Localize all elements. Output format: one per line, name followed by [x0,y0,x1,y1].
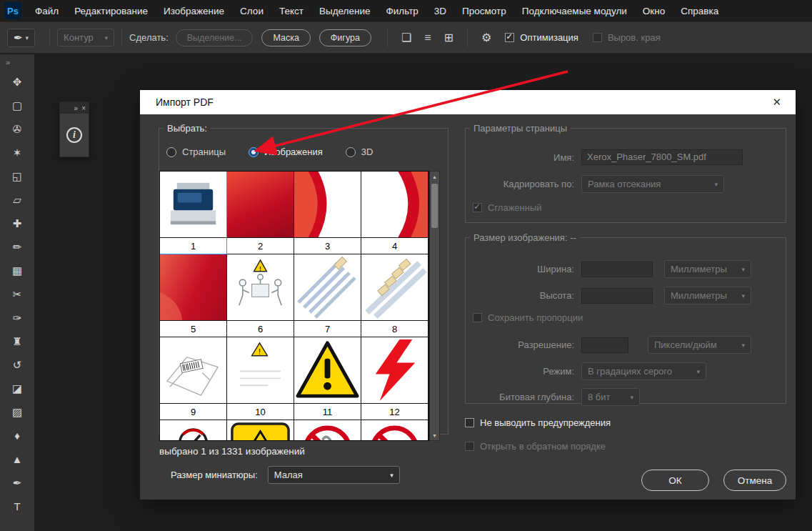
chevron-down-icon: ▾ [741,292,745,299]
width-unit-value: Миллиметры [671,264,727,274]
crop-tool[interactable]: ◱ [0,164,34,188]
info-icon[interactable]: i [66,127,82,143]
radio-option[interactable]: Страницы [166,147,226,157]
menu-item[interactable]: 3D [426,0,454,21]
svg-text:!: ! [259,347,261,356]
pdf-thumbnail[interactable]: 7 [294,254,361,337]
suppress-warnings-checkbox[interactable]: Не выводить предупреждения [465,417,611,428]
gauge-thumbnail-image [160,420,226,441]
pdf-thumbnail[interactable] [160,420,227,441]
eraser-tool[interactable]: ◪ [0,377,34,400]
menu-item[interactable]: Редактирование [66,0,156,21]
reverse-order-label: Открыть в обратном порядке [480,441,606,452]
pdf-thumbnail[interactable]: 2 [227,172,294,254]
lasso-tool[interactable]: ✇ [0,117,34,141]
pdf-thumbnail[interactable]: !10 [227,337,294,420]
thumbnail-size-row: Размер миниатюры: Малая ▾ [171,466,400,484]
chevron-down-icon: ▾ [696,368,700,375]
import-pdf-dialog: Импорт PDF ✕ Выбрать: СтраницыИзображени… [139,89,796,500]
pen-tool-icon: ✒ [13,477,22,490]
healing-brush-tool[interactable]: ✚ [0,212,34,235]
menu-item[interactable]: Изображение [156,0,232,21]
type-tool[interactable]: T [0,495,34,518]
pdf-thumbnail[interactable] [227,420,294,441]
pdf-thumbnail[interactable]: 1 [160,172,227,254]
red-arc-thumbnail-image [361,172,428,237]
menu-item[interactable]: Файл [27,0,66,21]
path-operations-icon[interactable]: ❏ [401,31,411,44]
chevron-down-icon: ▾ [390,472,394,479]
close-icon[interactable]: × [81,104,86,112]
menu-item[interactable]: Окно [635,0,673,21]
fan-chips-thumbnail-image [361,254,428,320]
pencil-tool[interactable]: ✏ [0,235,34,259]
history-brush-tool-icon: ↺ [13,359,22,372]
make-mask-button[interactable]: Маска [261,29,310,46]
grid-scrollbar[interactable]: ▲ ▼ [429,171,440,441]
separator [387,29,388,47]
patch-tool[interactable]: ▱ [0,188,34,212]
quick-selection-tool[interactable]: ✶ [0,141,34,164]
pdf-thumbnail[interactable]: !6 [227,254,294,337]
crop-tool-icon: ◱ [12,170,22,183]
path-arrangement-icon[interactable]: ⊞ [444,31,453,44]
select-group: Выбрать: СтраницыИзображения3D 12345!678… [159,123,448,435]
checkbox-checked-icon [473,203,482,212]
menu-item[interactable]: Справка [673,0,726,21]
path-mode-dropdown: Контур ▾ [57,29,114,46]
scrollbar-thumb[interactable] [431,184,438,228]
menu-item[interactable]: Фильтр [378,0,426,21]
history-brush-tool[interactable]: ↺ [0,353,34,377]
dodge-tool[interactable]: ▲ [0,447,34,471]
pdf-thumbnail[interactable]: 4 [361,172,428,254]
radio-option[interactable]: Изображения [249,147,323,157]
gear-icon[interactable]: ⚙ [481,31,491,44]
pdf-thumbnail[interactable]: 12 [361,337,428,420]
brush-tool[interactable]: ✑ [0,306,34,329]
ok-button[interactable]: ОК [641,470,709,491]
gradient-tool[interactable]: ▨ [0,400,34,424]
menu-item[interactable]: Текст [271,0,311,21]
optimization-checkbox[interactable]: Оптимизация [505,32,578,43]
pdf-thumbnail[interactable] [294,420,361,441]
marquee-tool[interactable]: ▢ [0,94,34,117]
pdf-thumbnail[interactable] [361,420,428,441]
scissors-tool[interactable]: ✂ [0,282,34,306]
radio-option[interactable]: 3D [346,147,374,157]
clone-stamp-tool-icon: ♜ [12,335,21,348]
pdf-thumbnail[interactable]: 8 [361,254,428,337]
selection-status: выбрано 1 из 1331 изображений [159,446,305,457]
radio-label: Изображения [264,147,323,157]
info-panel-header: » × [60,102,89,114]
pattern-stamp-tool-icon: ▦ [12,264,22,277]
menu-item[interactable]: Подключаемые модули [514,0,635,21]
collapse-panel-icon[interactable]: » [0,54,10,70]
scroll-up-icon[interactable]: ▲ [430,172,439,182]
pdf-thumbnail[interactable]: 5 [160,254,227,337]
menu-item[interactable]: Слои [232,0,271,21]
chevron-down-icon: ▾ [741,342,745,349]
blur-tool[interactable]: ♦ [0,424,34,447]
warn-small-thumbnail-image: ! [227,337,294,403]
tool-preset-picker[interactable]: ✒ ▾ [7,29,35,47]
cancel-button[interactable]: Отмена [723,470,786,491]
clone-stamp-tool[interactable]: ♜ [0,329,34,353]
gradient-tool-icon: ▨ [12,406,22,419]
close-icon[interactable]: ✕ [772,96,781,109]
scroll-down-icon[interactable]: ▼ [430,430,439,440]
make-shape-button[interactable]: Фигура [319,29,371,46]
pattern-stamp-tool[interactable]: ▦ [0,259,34,282]
thumbnail-size-dropdown[interactable]: Малая ▾ [268,466,400,484]
dialog-titlebar[interactable]: Импорт PDF ✕ [140,90,796,114]
path-alignment-icon[interactable]: ≡ [424,31,431,44]
pen-tool[interactable]: ✒ [0,471,34,495]
pdf-thumbnail[interactable]: 3 [294,172,361,254]
collapse-panel-icon[interactable]: » [74,104,79,112]
pdf-thumbnail[interactable]: 11 [294,337,361,420]
thumbnail-number: 10 [227,403,294,420]
pdf-thumbnail[interactable]: 9 [160,337,227,420]
thumbnail-size-value: Малая [274,470,303,480]
menu-item[interactable]: Просмотр [454,0,514,21]
menu-item[interactable]: Выделение [311,0,379,21]
move-tool[interactable]: ✥ [0,70,34,94]
